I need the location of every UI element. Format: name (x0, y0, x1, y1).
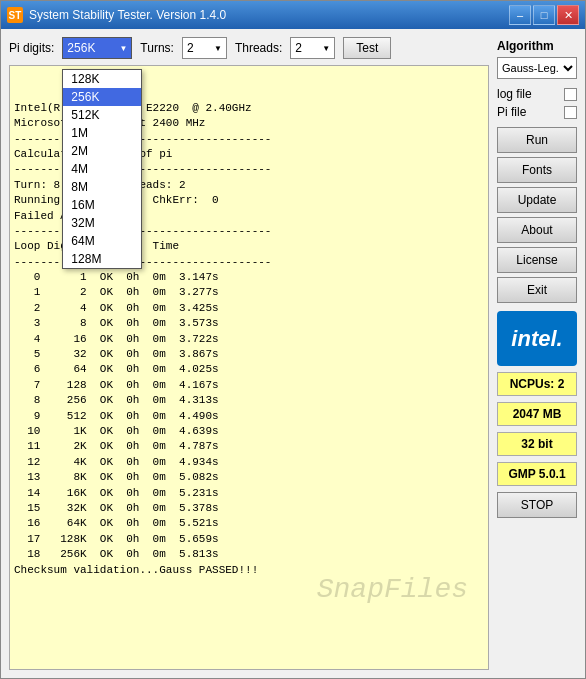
threads-value: 2 (295, 41, 302, 55)
close-button[interactable]: ✕ (557, 5, 579, 25)
main-window: ST System Stability Tester. Version 1.4.… (0, 0, 586, 679)
pi-file-checkbox[interactable] (564, 106, 577, 119)
stop-button[interactable]: STOP (497, 492, 577, 518)
window-controls: – □ ✕ (509, 5, 579, 25)
pi-digits-dropdown-container: 256K ▼ 128K 256K 512K 1M 2M 4M 8M 16M 32… (62, 37, 132, 59)
turns-value: 2 (187, 41, 194, 55)
pi-file-label: Pi file (497, 105, 526, 119)
run-button[interactable]: Run (497, 127, 577, 153)
chevron-down-icon: ▼ (119, 44, 127, 53)
window-title: System Stability Tester. Version 1.4.0 (29, 8, 226, 22)
title-bar-left: ST System Stability Tester. Version 1.4.… (7, 7, 226, 23)
content-area: Pi digits: 256K ▼ 128K 256K 512K 1M 2M 4… (1, 29, 585, 678)
algorithm-select[interactable]: Gauss-Leg. (497, 57, 577, 79)
dropdown-item-32m[interactable]: 32M (63, 214, 141, 232)
dropdown-item-128k[interactable]: 128K (63, 70, 141, 88)
fonts-button[interactable]: Fonts (497, 157, 577, 183)
turns-dropdown[interactable]: 2 ▼ (182, 37, 227, 59)
exit-button[interactable]: Exit (497, 277, 577, 303)
gmp-badge: GMP 5.0.1 (497, 462, 577, 486)
threads-chevron-icon: ▼ (322, 44, 330, 53)
log-file-label: log file (497, 87, 532, 101)
dropdown-item-128m[interactable]: 128M (63, 250, 141, 268)
dropdown-item-1m[interactable]: 1M (63, 124, 141, 142)
memory-badge: 2047 MB (497, 402, 577, 426)
pi-digits-label: Pi digits: (9, 41, 54, 55)
dropdown-item-4m[interactable]: 4M (63, 160, 141, 178)
sidebar: Algorithm Gauss-Leg. log file Pi file Ru… (497, 37, 577, 670)
pi-digits-dropdown[interactable]: 256K ▼ (62, 37, 132, 59)
app-icon: ST (7, 7, 23, 23)
pi-digits-dropdown-menu: 128K 256K 512K 1M 2M 4M 8M 16M 32M 64M 1… (62, 69, 142, 269)
algorithm-label: Algorithm (497, 39, 577, 53)
dropdown-item-8m[interactable]: 8M (63, 178, 141, 196)
log-file-row: log file (497, 87, 577, 101)
bits-badge: 32 bit (497, 432, 577, 456)
title-bar: ST System Stability Tester. Version 1.4.… (1, 1, 585, 29)
minimize-button[interactable]: – (509, 5, 531, 25)
maximize-button[interactable]: □ (533, 5, 555, 25)
update-button[interactable]: Update (497, 187, 577, 213)
pi-file-row: Pi file (497, 105, 577, 119)
dropdown-item-512k[interactable]: 512K (63, 106, 141, 124)
log-file-checkbox[interactable] (564, 88, 577, 101)
dropdown-item-16m[interactable]: 16M (63, 196, 141, 214)
threads-label: Threads: (235, 41, 282, 55)
dropdown-item-2m[interactable]: 2M (63, 142, 141, 160)
top-controls: Pi digits: 256K ▼ 128K 256K 512K 1M 2M 4… (9, 37, 489, 59)
dropdown-item-64m[interactable]: 64M (63, 232, 141, 250)
test-button[interactable]: Test (343, 37, 391, 59)
ncpus-badge: NCPUs: 2 (497, 372, 577, 396)
about-button[interactable]: About (497, 217, 577, 243)
main-area: Pi digits: 256K ▼ 128K 256K 512K 1M 2M 4… (9, 37, 489, 670)
threads-dropdown[interactable]: 2 ▼ (290, 37, 335, 59)
license-button[interactable]: License (497, 247, 577, 273)
turns-chevron-icon: ▼ (214, 44, 222, 53)
intel-logo: intel. (497, 311, 577, 366)
turns-label: Turns: (140, 41, 174, 55)
pi-digits-value: 256K (67, 41, 95, 55)
intel-text: intel. (511, 326, 562, 352)
dropdown-item-256k[interactable]: 256K (63, 88, 141, 106)
